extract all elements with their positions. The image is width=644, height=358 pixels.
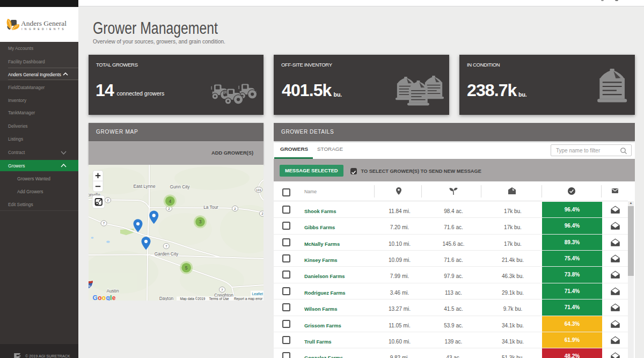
svg-text:Dayton: Dayton [159, 296, 174, 301]
svg-text:Google: Google [93, 294, 116, 301]
svg-text:La Tour: La Tour [203, 204, 218, 210]
svg-text:131: 131 [256, 188, 262, 192]
svg-text:East Lynne: East Lynne [133, 184, 156, 189]
svg-text:Leaflet: Leaflet [252, 292, 264, 296]
svg-text:Garden City: Garden City [155, 251, 179, 257]
svg-text:5: 5 [185, 265, 188, 271]
svg-text:3: 3 [199, 219, 202, 224]
svg-text:Austin: Austin [106, 288, 119, 294]
svg-text:Gunn City: Gunn City [170, 184, 191, 189]
svg-text:4: 4 [169, 199, 171, 204]
svg-text:Terms of Use: Terms of Use [209, 297, 230, 301]
svg-text:Map data ©2019: Map data ©2019 [180, 297, 206, 301]
svg-text:Report a map error: Report a map error [234, 297, 262, 301]
svg-text:2: 2 [261, 212, 264, 215]
